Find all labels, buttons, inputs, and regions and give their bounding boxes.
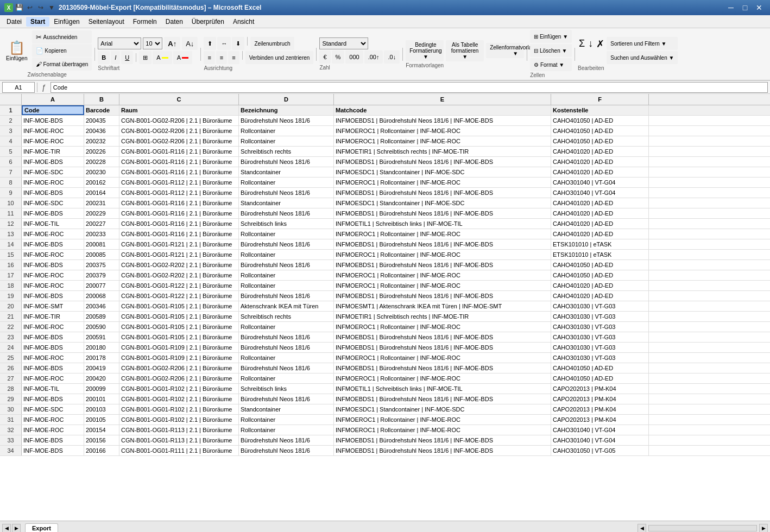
cell-matchcode[interactable]: INFMOEROC1 | Rollcontainer | INF-MOE-ROC bbox=[334, 229, 551, 239]
cell-kostenstelle[interactable]: CAHO301030 | VT-G03 bbox=[551, 322, 649, 332]
delete-cells-btn[interactable]: ⊟ Löschen ▼ bbox=[530, 44, 572, 57]
cell-bezeichnung[interactable]: Bürodrehstuhl Neos 181/6 bbox=[239, 343, 334, 352]
find-select-btn[interactable]: Suchen und Auswählen ▼ bbox=[607, 51, 678, 64]
cell-matchcode[interactable]: INFMOEBDS1 | Bürodrehstuhl Neos 181/6 | … bbox=[334, 116, 551, 125]
font-name-select[interactable]: Arial bbox=[98, 37, 141, 49]
cell-bezeichnung[interactable]: Rollcontainer bbox=[239, 425, 334, 435]
cell-bezeichnung[interactable]: Bürodrehstuhl Neos 181/6 bbox=[239, 446, 334, 455]
cell-kostenstelle[interactable]: CAPO202013 | PM-K04 bbox=[551, 384, 649, 394]
cell-barcode[interactable]: 200231 bbox=[84, 198, 119, 208]
cell-bezeichnung[interactable]: Bürodrehstuhl Neos 181/6 bbox=[239, 157, 334, 167]
cell-barcode[interactable]: 200233 bbox=[84, 229, 119, 239]
cell-matchcode[interactable]: INFMOEBDS1 | Bürodrehstuhl Neos 181/6 | … bbox=[334, 363, 551, 373]
align-middle-btn[interactable]: ↔ bbox=[217, 37, 231, 50]
cell-barcode[interactable]: 200164 bbox=[84, 188, 119, 198]
cell-matchcode[interactable]: INFMOETIL1 | Schreibtisch links | INF-MO… bbox=[334, 219, 551, 229]
menu-seitenlayout[interactable]: Seitenlayout bbox=[84, 17, 129, 27]
cell-kostenstelle[interactable]: CAHO401020 | AD-ED bbox=[551, 157, 649, 167]
cell-barcode[interactable]: 200591 bbox=[84, 332, 119, 342]
cut-btn[interactable]: ✂ Ausschneiden bbox=[32, 30, 92, 43]
minimize-btn[interactable]: ─ bbox=[724, 2, 737, 13]
cell-bezeichnung[interactable]: Bürodrehstuhl Neos 181/6 bbox=[239, 260, 334, 270]
cell-raum[interactable]: CGN-B001-OG01-R116 | 2.1 | Büroräume bbox=[119, 157, 239, 167]
cell-code[interactable]: INF-MOE-ROC bbox=[22, 415, 84, 425]
cell-kostenstelle[interactable]: CAHO401050 | AD-ED bbox=[551, 363, 649, 373]
cell-barcode[interactable]: 200077 bbox=[84, 281, 119, 290]
cell-barcode[interactable]: 200081 bbox=[84, 239, 119, 249]
cell-code[interactable]: INF-MOE-BDS bbox=[22, 363, 84, 373]
cell-barcode[interactable]: 200101 bbox=[84, 394, 119, 404]
cell-kostenstelle[interactable]: CAHO401020 | AD-ED bbox=[551, 291, 649, 301]
cell-barcode[interactable]: 200436 bbox=[84, 126, 119, 136]
cell-bezeichnung[interactable]: Schreibtisch rechts bbox=[239, 312, 334, 321]
undo-quick-btn[interactable]: ↩ bbox=[25, 3, 35, 12]
font-increase-btn[interactable]: A↑ bbox=[164, 37, 180, 50]
cell-matchcode[interactable]: INFMOEBDS1 | Bürodrehstuhl Neos 181/6 | … bbox=[334, 343, 551, 352]
cell-bezeichnung[interactable]: Bezeichnung bbox=[239, 105, 334, 115]
cell-code[interactable]: Code bbox=[22, 105, 84, 115]
cell-raum[interactable]: Raum bbox=[119, 105, 239, 115]
cell-raum[interactable]: CGN-B001-OG01-R102 | 2.1 | Büroräume bbox=[119, 415, 239, 425]
cell-kostenstelle[interactable]: ETSK101010 | eTASK bbox=[551, 239, 649, 249]
cell-barcode[interactable]: 200590 bbox=[84, 322, 119, 332]
cell-code[interactable]: INF-MOE-BDS bbox=[22, 188, 84, 198]
quick-access-toolbar[interactable]: X 💾 ↩ ↪ ▼ bbox=[4, 3, 56, 12]
cell-matchcode[interactable]: Matchcode bbox=[334, 105, 551, 115]
cell-raum[interactable]: CGN-B001-OG01-R121 | 2.1 | Büroräume bbox=[119, 239, 239, 249]
cell-code[interactable]: INF-MOE-SMT bbox=[22, 301, 84, 311]
cell-barcode[interactable]: 200068 bbox=[84, 291, 119, 301]
cell-kostenstelle[interactable]: CAHO401020 | AD-ED bbox=[551, 167, 649, 177]
cell-matchcode[interactable]: INFMOEBDS1 | Bürodrehstuhl Neos 181/6 | … bbox=[334, 332, 551, 342]
cell-matchcode[interactable]: INFMOEBDS1 | Bürodrehstuhl Neos 181/6 | … bbox=[334, 157, 551, 167]
cell-raum[interactable]: CGN-B001-OG02-R206 | 2.1 | Büroräume bbox=[119, 126, 239, 136]
cell-code[interactable]: INF-MOE-TIR bbox=[22, 312, 84, 321]
cell-kostenstelle[interactable]: CAHO401050 | AD-ED bbox=[551, 126, 649, 136]
currency-btn[interactable]: € bbox=[319, 50, 330, 64]
horizontal-scrollbar[interactable] bbox=[648, 525, 757, 531]
cell-code[interactable]: INF-MOE-ROC bbox=[22, 373, 84, 383]
cell-raum[interactable]: CGN-B001-OG01-R116 | 2.1 | Büroräume bbox=[119, 229, 239, 239]
cell-code[interactable]: INF-MOE-ROC bbox=[22, 270, 84, 280]
cell-barcode[interactable]: Barcode bbox=[84, 105, 119, 115]
font-decrease-btn[interactable]: A↓ bbox=[182, 37, 198, 50]
cell-barcode[interactable]: 200419 bbox=[84, 363, 119, 373]
cell-code[interactable]: INF-MOE-ROC bbox=[22, 425, 84, 435]
cell-barcode[interactable]: 200230 bbox=[84, 167, 119, 177]
cell-raum[interactable]: CGN-B001-OG01-R116 | 2.1 | Büroräume bbox=[119, 208, 239, 218]
cell-matchcode[interactable]: INFMOEBDS1 | Bürodrehstuhl Neos 181/6 | … bbox=[334, 435, 551, 445]
cell-code[interactable]: INF-MOE-BDS bbox=[22, 446, 84, 455]
menu-start[interactable]: Start bbox=[26, 17, 49, 27]
save-quick-btn[interactable]: 💾 bbox=[14, 3, 24, 12]
align-top-btn[interactable]: ⬆ bbox=[204, 37, 216, 50]
cell-bezeichnung[interactable]: Bürodrehstuhl Neos 181/6 bbox=[239, 291, 334, 301]
italic-btn[interactable]: I bbox=[111, 51, 120, 64]
fill-color-btn[interactable]: A bbox=[153, 51, 172, 64]
cell-raum[interactable]: CGN-B001-OG01-R102 | 2.1 | Büroräume bbox=[119, 384, 239, 394]
cell-barcode[interactable]: 200232 bbox=[84, 136, 119, 146]
cell-raum[interactable]: CGN-B001-OG01-R116 | 2.1 | Büroräume bbox=[119, 167, 239, 177]
cell-raum[interactable]: CGN-B001-OG01-R113 | 2.1 | Büroräume bbox=[119, 435, 239, 445]
cell-kostenstelle[interactable]: CAHO401020 | AD-ED bbox=[551, 147, 649, 156]
col-header-f[interactable]: F bbox=[551, 94, 649, 105]
cell-barcode[interactable]: 200420 bbox=[84, 373, 119, 383]
close-btn[interactable]: ✕ bbox=[753, 2, 766, 13]
menu-ansicht[interactable]: Ansicht bbox=[229, 17, 258, 27]
cell-raum[interactable]: CGN-B001-OG02-R206 | 2.1 | Büroräume bbox=[119, 363, 239, 373]
format-as-table-btn[interactable]: Als Tabelle formatieren ▼ bbox=[446, 40, 484, 61]
cell-matchcode[interactable]: INFMOEROC1 | Rollcontainer | INF-MOE-ROC bbox=[334, 425, 551, 435]
cell-bezeichnung[interactable]: Aktenschrank IKEA mit Türen bbox=[239, 301, 334, 311]
align-left-btn[interactable]: ≡ bbox=[204, 51, 214, 64]
cell-matchcode[interactable]: INFMOEROC1 | Rollcontainer | INF-MOE-ROC bbox=[334, 126, 551, 136]
cell-kostenstelle[interactable]: CAHO401050 | AD-ED bbox=[551, 116, 649, 125]
cell-kostenstelle[interactable]: CAHO401050 | AD-ED bbox=[551, 270, 649, 280]
cell-bezeichnung[interactable]: Rollcontainer bbox=[239, 229, 334, 239]
cell-matchcode[interactable]: INFMOETIR1 | Schreibtisch rechts | INF-M… bbox=[334, 312, 551, 321]
cell-matchcode[interactable]: INFMOEBDS1 | Bürodrehstuhl Neos 181/6 | … bbox=[334, 394, 551, 404]
cell-code[interactable]: INF-MOE-ROC bbox=[22, 250, 84, 259]
cell-bezeichnung[interactable]: Standcontainer bbox=[239, 167, 334, 177]
cell-bezeichnung[interactable]: Standcontainer bbox=[239, 404, 334, 414]
cell-barcode[interactable]: 200589 bbox=[84, 312, 119, 321]
cell-bezeichnung[interactable]: Rollcontainer bbox=[239, 250, 334, 259]
cell-raum[interactable]: CGN-B001-OG02-R206 | 2.1 | Büroräume bbox=[119, 373, 239, 383]
borders-btn[interactable]: ⊞ bbox=[139, 51, 152, 64]
